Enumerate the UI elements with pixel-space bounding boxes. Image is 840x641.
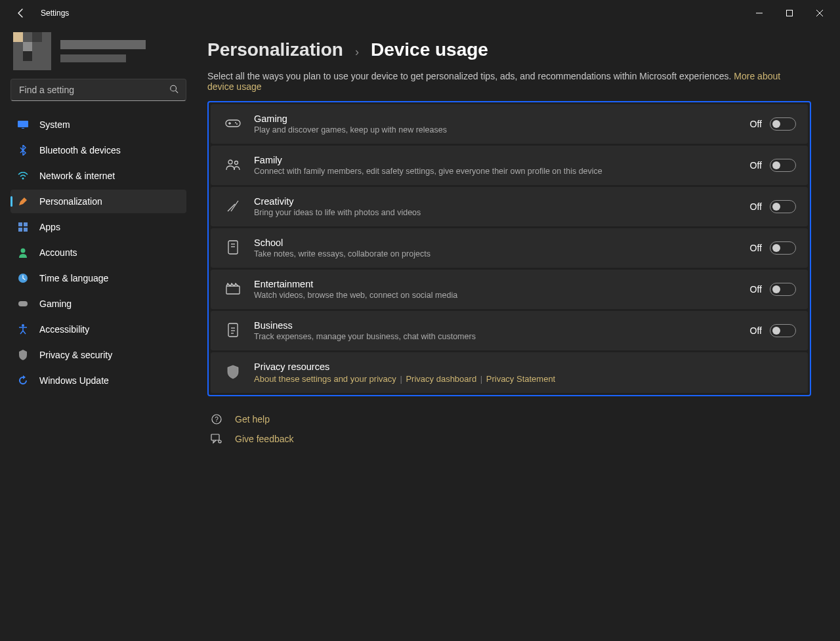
shield-icon [226,365,240,381]
svg-rect-26 [228,241,238,254]
toggle-state: Off [750,284,762,295]
sidebar-item-time[interactable]: Time & language [10,266,186,290]
user-email [60,54,126,62]
user-block[interactable] [10,26,186,79]
breadcrumb-parent[interactable]: Personalization [207,39,343,60]
close-icon [816,10,823,16]
desc-text: Select all the ways you plan to use your… [207,71,734,81]
toggle-business[interactable] [770,324,796,337]
card-business: Business Track expenses, manage your bus… [211,311,808,350]
card-title: Privacy resources [254,362,796,372]
sidebar-item-apps[interactable]: Apps [10,215,186,239]
svg-rect-10 [24,222,28,226]
people-icon [225,159,241,173]
card-school: School Take notes, write essays, collabo… [211,228,808,268]
nav-label: Windows Update [39,375,109,386]
sidebar-item-network[interactable]: Network & internet [10,164,186,188]
card-title: Business [254,320,750,331]
give-feedback-link[interactable]: Give feedback [207,433,811,445]
nav-label: Apps [39,222,60,232]
help-icon: ? [210,413,223,425]
get-help-label: Get help [235,414,270,424]
svg-point-4 [171,85,177,91]
svg-rect-29 [226,286,240,294]
card-title: Creativity [254,196,750,207]
sidebar-item-accounts[interactable]: Accounts [10,241,186,264]
document-icon [227,323,239,339]
back-button[interactable] [12,4,30,22]
nav-label: System [39,119,70,130]
card-subtitle: Play and discover games, keep up with ne… [254,125,750,134]
toggle-gaming[interactable] [770,117,796,131]
svg-text:?: ? [215,416,219,423]
gamepad-icon [225,118,241,131]
settings-group: Gaming Play and discover games, keep up … [207,101,811,396]
separator: | [400,374,402,384]
toggle-creativity[interactable] [770,200,796,213]
privacy-link-statement[interactable]: Privacy Statement [486,374,556,384]
nav-label: Time & language [39,273,108,283]
pen-tools-icon [226,199,240,215]
nav-label: Personalization [39,196,102,207]
sidebar-item-personalization[interactable]: Personalization [10,190,186,213]
toggle-school[interactable] [770,241,796,255]
refresh-icon [17,375,29,386]
notebook-icon [227,240,239,257]
sidebar-item-gaming[interactable]: Gaming [10,292,186,316]
sidebar-item-system[interactable]: System [10,113,186,136]
card-title: Entertainment [254,279,750,289]
feedback-icon [210,433,223,445]
svg-point-13 [21,249,26,253]
svg-line-5 [176,91,178,93]
minimize-button[interactable] [744,3,774,24]
app-title: Settings [41,9,69,18]
wifi-icon [17,170,29,182]
svg-rect-7 [22,128,24,129]
card-title: Gaming [254,114,750,124]
main-content: Personalization › Device usage Select al… [194,26,840,641]
sidebar-item-privacy[interactable]: Privacy & security [10,343,186,367]
breadcrumb: Personalization › Device usage [207,39,811,60]
sidebar-item-update[interactable]: Windows Update [10,369,186,392]
svg-rect-36 [211,434,219,440]
toggle-state: Off [750,201,762,212]
minimize-icon [756,10,763,16]
get-help-link[interactable]: ? Get help [207,413,811,425]
sidebar: System Bluetooth & devices Network & int… [0,26,194,641]
svg-point-23 [235,161,238,164]
svg-point-22 [228,160,232,164]
toggle-state: Off [750,325,762,336]
close-button[interactable] [805,3,835,24]
toggle-family[interactable] [770,159,796,172]
toggle-state: Off [750,243,762,253]
toggle-entertainment[interactable] [770,283,796,296]
accessibility-icon [17,323,29,335]
svg-point-16 [22,324,24,327]
nav-label: Network & internet [39,171,115,181]
give-feedback-label: Give feedback [235,434,294,444]
card-subtitle: Track expenses, manage your business, ch… [254,332,750,341]
nav-label: Privacy & security [39,350,112,360]
back-arrow-icon [16,8,26,18]
card-gaming: Gaming Play and discover games, keep up … [211,104,808,144]
sidebar-item-accessibility[interactable]: Accessibility [10,318,186,341]
privacy-link-dashboard[interactable]: Privacy dashboard [406,374,476,384]
maximize-button[interactable] [774,3,805,24]
chevron-right-icon: › [355,45,359,59]
search-input[interactable] [10,79,186,101]
page-description: Select all the ways you plan to use your… [207,71,798,92]
sidebar-item-bluetooth[interactable]: Bluetooth & devices [10,138,186,162]
svg-point-37 [219,440,221,443]
card-creativity: Creativity Bring your ideas to life with… [211,187,808,226]
clock-icon [17,272,29,284]
card-subtitle: Bring your ideas to life with photos and… [254,208,750,217]
search-icon [169,85,178,96]
privacy-link-about[interactable]: About these settings and your privacy [254,374,396,384]
shield-icon [17,349,29,361]
svg-rect-11 [18,228,22,232]
card-family: Family Connect with family members, edit… [211,146,808,185]
card-subtitle: Take notes, write essays, collaborate on… [254,249,750,258]
toggle-state: Off [750,160,762,171]
maximize-icon [786,10,793,16]
monitor-icon [17,119,29,131]
